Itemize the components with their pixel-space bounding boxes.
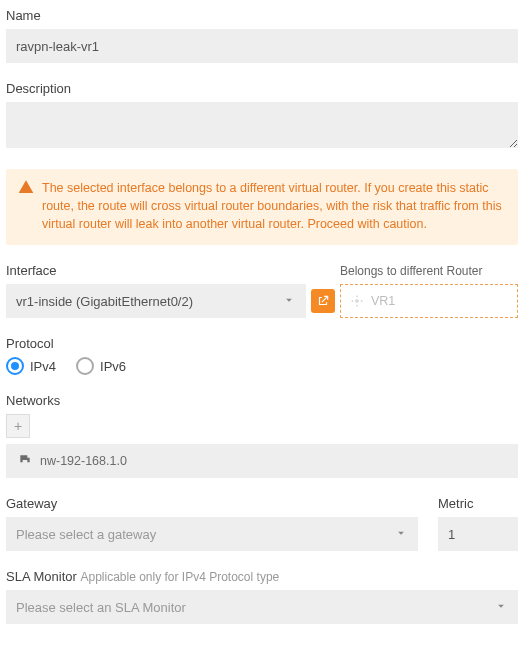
network-object-icon	[18, 453, 32, 470]
sla-placeholder: Please select an SLA Monitor	[16, 600, 186, 615]
sla-hint: Applicable only for IPv4 Protocol type	[80, 570, 279, 584]
interface-select[interactable]: vr1-inside (GigabitEthernet0/2)	[6, 284, 306, 318]
interface-label: Interface	[6, 263, 306, 278]
interface-selected-value: vr1-inside (GigabitEthernet0/2)	[16, 294, 193, 309]
gateway-select[interactable]: Please select a gateway	[6, 517, 418, 551]
description-textarea[interactable]	[6, 102, 518, 148]
router-name: VR1	[371, 294, 395, 308]
protocol-ipv4-radio[interactable]: IPv4	[6, 357, 56, 375]
warning-alert: The selected interface belongs to a diff…	[6, 169, 518, 245]
network-item-name: nw-192-168.1.0	[40, 454, 127, 468]
chevron-down-icon	[394, 526, 408, 543]
protocol-ipv4-label: IPv4	[30, 359, 56, 374]
protocol-ipv6-radio[interactable]: IPv6	[76, 357, 126, 375]
protocol-ipv6-label: IPv6	[100, 359, 126, 374]
radio-unselected-icon	[76, 357, 94, 375]
add-network-button[interactable]: +	[6, 414, 30, 438]
metric-input[interactable]	[438, 517, 518, 551]
name-input[interactable]	[6, 29, 518, 63]
belongs-to-label: Belongs to different Router	[340, 264, 518, 278]
warning-triangle-icon	[18, 179, 34, 195]
gateway-placeholder: Please select a gateway	[16, 527, 156, 542]
chevron-down-icon	[282, 293, 296, 310]
name-label: Name	[6, 8, 518, 23]
radio-selected-icon	[6, 357, 24, 375]
router-box: VR1	[340, 284, 518, 318]
chevron-down-icon	[494, 599, 508, 616]
router-icon	[349, 293, 365, 309]
route-leak-icon[interactable]	[311, 289, 335, 313]
protocol-label: Protocol	[6, 336, 518, 351]
sla-monitor-select[interactable]: Please select an SLA Monitor	[6, 590, 518, 624]
description-label: Description	[6, 81, 518, 96]
sla-monitor-label: SLA Monitor Applicable only for IPv4 Pro…	[6, 569, 518, 584]
warning-text: The selected interface belongs to a diff…	[42, 179, 506, 233]
plus-icon: +	[14, 418, 22, 434]
network-item[interactable]: nw-192-168.1.0	[6, 444, 518, 478]
metric-label: Metric	[438, 496, 518, 511]
networks-label: Networks	[6, 393, 518, 408]
gateway-label: Gateway	[6, 496, 418, 511]
